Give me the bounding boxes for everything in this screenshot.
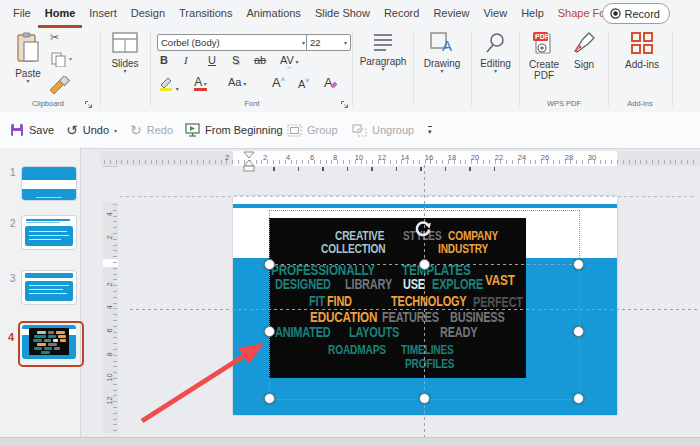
record-button[interactable]: Record <box>602 3 670 24</box>
tab-transitions[interactable]: Transitions <box>172 0 239 25</box>
thumb4-word-dash <box>48 343 57 346</box>
paragraph-button[interactable]: Paragraph ▾ <box>356 32 410 72</box>
tab-insert[interactable]: Insert <box>82 0 124 25</box>
redo-icon: ↻ <box>130 122 142 138</box>
tab-animations[interactable]: Animations <box>239 0 307 25</box>
drawing-button[interactable]: A Drawing ▾ <box>416 32 468 74</box>
highlight-button[interactable]: ▾ <box>158 76 179 93</box>
ruler-tick <box>646 160 647 164</box>
create-pdf-button[interactable]: PDF Create PDF <box>524 31 564 81</box>
tab-home[interactable]: Home <box>38 0 83 28</box>
save-label: Save <box>29 124 54 136</box>
ruler-tick <box>113 210 117 211</box>
slide-3-thumbnail[interactable] <box>22 271 76 304</box>
thumb4-word-dash <box>44 339 51 342</box>
selection-handle[interactable] <box>573 393 584 404</box>
indent-markers[interactable] <box>243 151 255 172</box>
ruler-number: 20 <box>471 153 479 162</box>
font-family-combo[interactable]: Corbel (Body) ▾ <box>157 34 309 51</box>
ribbon: Paste ▾ ✂ ▾ Clipboard Slides ▾ <box>0 28 700 113</box>
tab-file[interactable]: File <box>6 0 38 25</box>
tab-review[interactable]: Review <box>426 0 476 25</box>
clear-formatting-button[interactable]: A <box>324 75 337 90</box>
copy-button[interactable] <box>51 52 66 67</box>
ruler-tick <box>113 378 117 379</box>
thumb4-word-dash <box>48 335 56 338</box>
change-case-button[interactable]: Aa ▾ <box>228 76 246 88</box>
tab-design[interactable]: Design <box>124 0 172 25</box>
tab-slide-show[interactable]: Slide Show <box>308 0 377 25</box>
group-divider <box>471 32 472 106</box>
svg-text:PDF: PDF <box>535 33 550 40</box>
qat-overflow-button[interactable]: ▾ <box>428 112 432 148</box>
thumb4-word-dash <box>37 343 46 346</box>
tab-help[interactable]: Help <box>514 0 551 25</box>
slide-2-thumbnail[interactable] <box>22 216 76 249</box>
save-button[interactable]: Save <box>10 112 54 148</box>
editing-button[interactable]: Editing ▾ <box>473 32 518 74</box>
rotation-handle-icon[interactable] <box>414 220 432 238</box>
ruler-tick <box>436 160 437 164</box>
font-color-button[interactable]: A ▾ <box>194 75 207 91</box>
font-size-combo[interactable]: 22 ▾ <box>306 34 351 51</box>
bold-button[interactable]: B <box>160 54 168 66</box>
ruler-tick <box>291 160 292 164</box>
ruler-tick <box>113 372 117 373</box>
ruler-tick <box>576 160 577 164</box>
redo-button[interactable]: ↻ Redo <box>130 112 173 148</box>
cut-button[interactable]: ✂ <box>50 31 59 44</box>
group-button[interactable]: Group <box>287 112 338 148</box>
slide-thumbnail-panel: 1 AIPPT.COM 2 3 4 <box>0 148 81 437</box>
selection-handle[interactable] <box>264 326 275 337</box>
add-ins-button[interactable]: Add-ins <box>614 31 670 70</box>
ruler-number: 6 <box>105 324 114 338</box>
selection-handle[interactable] <box>419 259 430 270</box>
from-beginning-button[interactable]: From Beginning <box>185 112 283 148</box>
ruler-tick <box>349 160 350 164</box>
thumb4-word-dash <box>34 335 46 338</box>
sign-button[interactable]: Sign <box>566 31 602 70</box>
decrease-font-button[interactable]: A˅ <box>298 77 309 90</box>
ruler-tick <box>151 160 152 164</box>
ruler-tick <box>308 160 309 164</box>
italic-button[interactable]: I <box>184 54 188 66</box>
underline-button[interactable]: U <box>208 54 216 66</box>
ruler-tick <box>113 268 117 269</box>
ungroup-label: Ungroup <box>372 124 414 136</box>
paste-button[interactable]: Paste ▾ <box>8 32 48 84</box>
chevron-down-icon[interactable]: ▾ <box>69 55 72 62</box>
clipboard-dialog-launcher-icon[interactable] <box>84 100 93 109</box>
increase-font-button[interactable]: A˄ <box>272 75 285 90</box>
selection-handle[interactable] <box>264 393 275 404</box>
character-spacing-button[interactable]: AV ▾ ↔ <box>280 54 299 68</box>
tab-view[interactable]: View <box>476 0 514 25</box>
selection-handle[interactable] <box>419 393 430 404</box>
font-size-value: 22 <box>310 37 321 48</box>
ruler-number: 6 <box>310 153 314 162</box>
ruler-tick <box>419 160 420 164</box>
vertical-ruler[interactable]: 4224681012 <box>103 202 118 433</box>
slide-4-thumbnail[interactable] <box>22 325 76 359</box>
format-painter-button[interactable] <box>48 76 70 94</box>
undo-button[interactable]: ↺ Undo ▾ <box>66 112 117 148</box>
ruler-number: 16 <box>425 153 433 162</box>
chevron-down-icon: ▾ <box>473 69 518 74</box>
redo-label: Redo <box>147 124 173 136</box>
ruler-tick <box>605 160 606 164</box>
ruler-tick <box>113 430 117 431</box>
ungroup-button[interactable]: Ungroup <box>352 112 414 148</box>
slides-button[interactable]: Slides ▾ <box>102 32 148 74</box>
selection-handle[interactable] <box>573 326 584 337</box>
horizontal-ruler[interactable]: 224681012141618202224262830 <box>100 151 700 166</box>
tab-record[interactable]: Record <box>377 0 426 25</box>
strikethrough-button[interactable]: ab <box>254 54 266 66</box>
selection-handle[interactable] <box>573 259 584 270</box>
text-shadow-button[interactable]: S <box>232 54 239 66</box>
selection-handle[interactable] <box>264 259 275 270</box>
font-dialog-launcher-icon[interactable] <box>340 100 349 109</box>
ruler-tick <box>273 160 274 164</box>
ruler-tick <box>343 160 344 164</box>
group-label: Group <box>307 124 338 136</box>
slide-1-thumbnail[interactable]: AIPPT.COM <box>22 167 76 200</box>
change-case-label: Aa <box>228 76 241 88</box>
